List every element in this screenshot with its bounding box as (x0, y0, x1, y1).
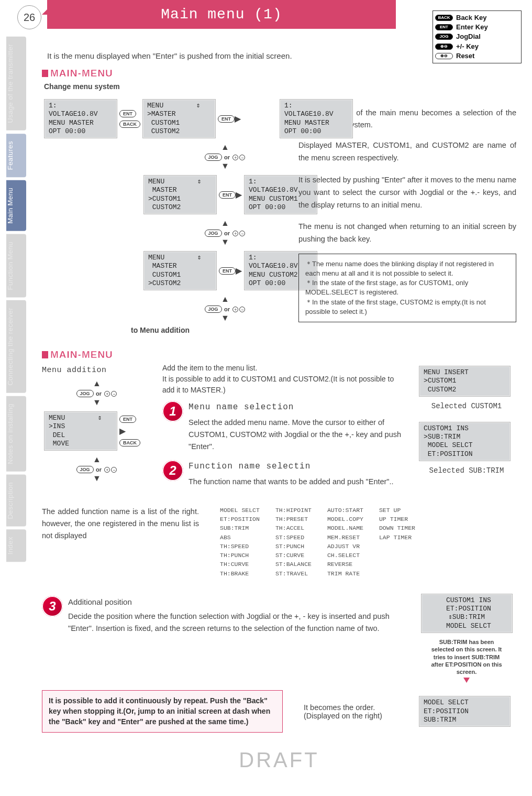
step-2-title: Function name selectin (189, 460, 394, 474)
lcd-menu-custom1: MENU ⇕ MASTER >CUSTOM1 CUSTOM2 (143, 175, 217, 214)
section-main-menu-1: MAIN-MENU (42, 68, 516, 79)
plus-key[interactable]: + (232, 155, 238, 160)
page-number: 26 (17, 5, 41, 29)
back-button[interactable]: BACK (119, 121, 140, 128)
lcd-menu-custom2: MENU ⇕ MASTER CUSTOM1 >CUSTOM2 (143, 251, 217, 290)
para-2: Displayed MASTER, CUSTOM1, and CUSTOM2 a… (298, 139, 516, 165)
lcd-ins-del-move: MENU ⇕ >INS DEL MOVE (44, 411, 117, 451)
jog-button-3[interactable]: JOG (205, 306, 222, 313)
jog-icon: JOG (435, 34, 453, 40)
ent-button-4[interactable]: ENT (219, 267, 236, 275)
step-3-title: Additional position (68, 596, 406, 608)
order-note: It becomes the order. (Displayed on the … (293, 703, 406, 720)
step-3-icon: 3 (42, 596, 63, 617)
lcd-initial: 1: VOLTAGE10.8V MENU MASTER OPT 00:00 (44, 99, 117, 138)
step-2-text: The function name that wants to be added… (189, 476, 394, 488)
listed-note: The added function name is a list of the… (42, 506, 199, 578)
repeat-note-box: It is possible to add it continuously by… (42, 690, 283, 733)
ent-button[interactable]: ENT (119, 110, 136, 117)
jog-button[interactable]: JOG (205, 154, 222, 161)
section-main-menu-2: MAIN-MENU (42, 349, 516, 361)
step-1-text: Select the added menu name. Move the cur… (189, 417, 406, 453)
step-1-title: Menu name selection (189, 401, 406, 415)
step-2-icon: 2 (162, 460, 183, 481)
jog-button-2[interactable]: JOG (205, 230, 222, 237)
lcd-position: CUSTOM1 INS ET:POSITION ⇕SUB:TRIM MODEL … (421, 594, 513, 633)
menu-addition-label: Menu addition (42, 366, 152, 375)
tab-main-menu[interactable]: Main Menu (6, 180, 26, 231)
tab-function-menu[interactable]: Function Menu (6, 234, 26, 298)
change-menu-label: Change menu system (44, 82, 516, 91)
add-intro: Add the item to the menu list. It is pos… (162, 363, 406, 396)
lcd-result: MODEL SELCT ET:POSITION SUB:TRIM (419, 696, 511, 727)
jog-button-4[interactable]: JOG (76, 390, 94, 397)
position-caption: SUB:TRIM has been selected on this scree… (427, 638, 506, 675)
jog-button-5[interactable]: JOG (76, 466, 94, 473)
reset-icon: ⊕⊖ (435, 53, 453, 59)
tab-description[interactable]: Description (6, 475, 26, 527)
key-legend: BACKBack Key ENTEnter Key JOGJogDial ⊕⊖+… (433, 10, 522, 63)
back-icon: BACK (435, 15, 453, 21)
draft-watermark: DRAFT (42, 748, 516, 772)
side-tabs: Usage of the transmitter Features Main M… (0, 37, 31, 565)
note-box: ＊The menu name does the blinking display… (298, 254, 516, 322)
tab-notes[interactable]: Notes on installing (6, 396, 26, 472)
tab-connecting[interactable]: Connecting the receiver (6, 300, 26, 393)
lcd-master-selected: 1: VOLTAGE10.8V MENU MASTER OPT 00:00 (280, 99, 353, 138)
para-4: The menu is not changed when returning t… (298, 221, 516, 246)
step-3-text: Decide the position where the function s… (68, 610, 406, 635)
enter-icon: ENT (435, 24, 453, 30)
ent-button-3[interactable]: ENT (219, 191, 236, 199)
tab-features[interactable]: Features (6, 134, 26, 177)
tab-index[interactable]: Index (6, 529, 26, 562)
tab-usage[interactable]: Usage of the transmitter (6, 37, 26, 130)
ent-button-2[interactable]: ENT (218, 115, 235, 123)
step-1-icon: 1 (162, 401, 183, 422)
lcd-custom1-ins: CUSTOM1 INS >SUB:TRIM MODEL SELCT ET:POS… (419, 422, 511, 461)
selected-custom1-label: Selected CUSTOM1 (417, 402, 516, 410)
para-3: It is selected by pushing "Enter" after … (298, 174, 516, 212)
plusminus-icon: ⊕⊖ (435, 43, 453, 50)
lcd-menu-insert: MENU INSERT >CUSTOM1 CUSTOM2 (419, 366, 511, 397)
function-name-list: MODEL SELCT ET:POSITION SUB:TRIM ABS TH:… (220, 506, 415, 578)
page-title: Main menu (1) (47, 0, 396, 29)
selected-subtrim-label: Selected SUB:TRIM (417, 466, 516, 475)
lcd-menu-master: MENU ⇕ >MASTER CUSTOM1 CUSTOM2 (142, 99, 216, 138)
ent-button-5[interactable]: ENT (119, 416, 136, 423)
arrow-down-icon (463, 678, 470, 683)
to-menu-addition: to Menu addition (131, 326, 288, 334)
back-button-2[interactable]: BACK (119, 439, 140, 446)
minus-key[interactable]: − (239, 155, 245, 160)
